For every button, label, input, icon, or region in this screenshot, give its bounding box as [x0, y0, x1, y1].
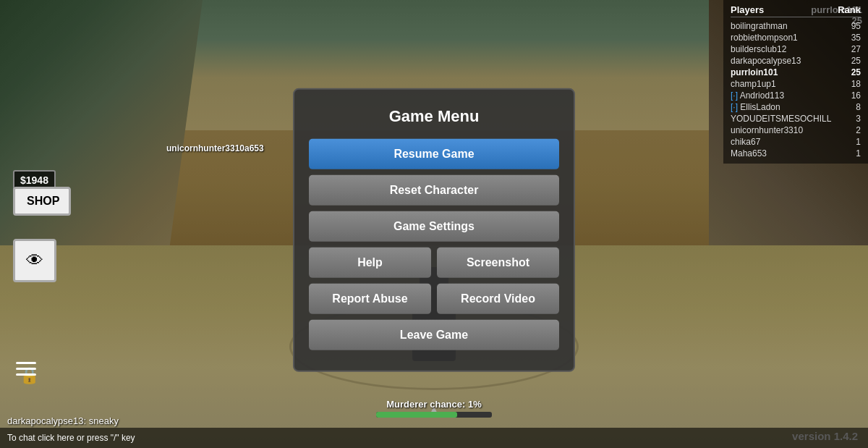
- leaderboard-player-rank: 1: [856, 148, 861, 159]
- help-button[interactable]: Help: [309, 247, 431, 277]
- screenshot-button[interactable]: Screenshot: [437, 247, 559, 277]
- health-bar-bg: [376, 412, 492, 418]
- leaderboard-player-name: chika67: [731, 137, 760, 147]
- game-settings-button[interactable]: Game Settings: [309, 211, 559, 241]
- resume-game-button[interactable]: Resume Game: [309, 138, 559, 169]
- leaderboard-row: buildersclub1227: [731, 43, 861, 55]
- game-menu-title: Game Menu: [309, 106, 559, 125]
- reset-character-button[interactable]: Reset Character: [309, 174, 559, 205]
- leaderboard-player-name: [·] EllisLadon: [731, 102, 780, 112]
- leaderboard-player-name: robbiethompson1: [731, 33, 798, 43]
- shop-button[interactable]: SHOP: [13, 187, 71, 216]
- game-menu-modal: Game Menu Resume Game Reset Character Ga…: [293, 88, 575, 371]
- leaderboard-player-rank: 1: [856, 137, 861, 147]
- leaderboard-rows: boilingrathman95robbiethompson135builder…: [731, 20, 861, 159]
- leaderboard-rank-col: Rank: [838, 4, 861, 15]
- leaderboard-player-name: unicornhunter3310: [731, 125, 803, 135]
- leaderboard-row: unicornhunter33102: [731, 124, 861, 136]
- hamburger-line-3: [16, 373, 36, 376]
- leaderboard-player-rank: 16: [851, 90, 861, 101]
- leave-game-button[interactable]: Leave Game: [309, 319, 559, 350]
- leaderboard-row: purrloin10125: [731, 67, 861, 78]
- leaderboard-row: champ1up118: [731, 78, 861, 90]
- chat-hint-text: To chat click here or press "/" key: [7, 433, 135, 443]
- hamburger-line-2: [16, 368, 36, 370]
- leaderboard: Players Rank boilingrathman95robbiethomp…: [723, 0, 868, 164]
- leaderboard-row: darkapocalypse1325: [731, 55, 861, 67]
- leaderboard-player-name: darkapocalypse13: [731, 56, 801, 66]
- leaderboard-row: chika671: [731, 136, 861, 148]
- help-screenshot-row: Help Screenshot: [309, 247, 559, 277]
- leaderboard-player-name: boilingrathman: [731, 21, 788, 31]
- eye-icon: 👁: [26, 250, 43, 271]
- leaderboard-player-name: champ1up1: [731, 79, 776, 89]
- hamburger-line-1: [16, 362, 36, 364]
- hud-bottom-center: Murderer chance: 1%: [376, 399, 492, 418]
- leaderboard-player-rank: 18: [851, 79, 861, 89]
- leaderboard-row: boilingrathman95: [731, 20, 861, 32]
- player-label: unicornhunter3310a653: [166, 143, 264, 153]
- leaderboard-player-rank: 27: [851, 44, 861, 54]
- health-bar-fill: [376, 412, 457, 418]
- leaderboard-player-rank: 35: [851, 33, 861, 43]
- leaderboard-player-rank: 95: [851, 21, 861, 31]
- leaderboard-player-rank: 2: [856, 125, 861, 135]
- report-abuse-button[interactable]: Report Abuse: [309, 283, 431, 313]
- chat-message-1: darkapocalypse13: sneaky: [7, 415, 119, 426]
- eye-button[interactable]: 👁: [13, 239, 56, 282]
- leaderboard-row: [·] EllisLadon8: [731, 101, 861, 113]
- leaderboard-header: Players Rank: [731, 4, 861, 17]
- leaderboard-row: Maha6531: [731, 148, 861, 159]
- chat-bar[interactable]: To chat click here or press "/" key: [0, 428, 868, 448]
- leaderboard-player-rank: 25: [851, 67, 861, 77]
- report-record-row: Report Abuse Record Video: [309, 283, 559, 313]
- leaderboard-player-rank: 3: [856, 114, 861, 124]
- record-video-button[interactable]: Record Video: [437, 283, 559, 313]
- leaderboard-players-col: Players: [731, 4, 764, 15]
- leaderboard-player-name: purrloin101: [731, 67, 778, 77]
- leaderboard-player-name: buildersclub12: [731, 44, 786, 54]
- hamburger-menu[interactable]: [16, 362, 36, 376]
- leaderboard-player-name: YODUDEITSMESOCHILL: [731, 114, 831, 124]
- chat-messages: darkapocalypse13: sneaky: [7, 415, 119, 428]
- leaderboard-player-name: [·] Andriod113: [731, 90, 784, 101]
- leaderboard-row: [·] Andriod11316: [731, 90, 861, 101]
- murderer-chance: Murderer chance: 1%: [376, 399, 492, 410]
- leaderboard-player-name: Maha653: [731, 148, 767, 159]
- leaderboard-row: robbiethompson135: [731, 32, 861, 43]
- leaderboard-player-rank: 25: [851, 56, 861, 66]
- leaderboard-row: YODUDEITSMESOCHILL3: [731, 113, 861, 124]
- leaderboard-player-rank: 8: [856, 102, 861, 112]
